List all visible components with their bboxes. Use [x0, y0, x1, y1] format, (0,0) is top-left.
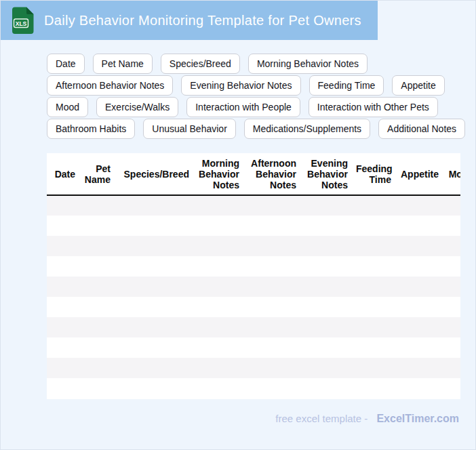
chip[interactable]: Evening Behavior Notes — [181, 75, 300, 96]
empty-cell — [47, 216, 460, 236]
chips-section: DatePet NameSpecies/BreedMorning Behavio… — [47, 54, 464, 140]
chip[interactable]: Mood — [47, 97, 88, 117]
page: XLS Daily Behavior Monitoring Template f… — [0, 0, 476, 450]
chip-row-3: MoodExercise/WalksInteraction with Peopl… — [47, 97, 464, 117]
table-row — [47, 358, 460, 378]
xls-file-icon: XLS — [12, 7, 34, 35]
table-row — [47, 195, 460, 216]
chip[interactable]: Unusual Behavior — [143, 119, 236, 139]
chip[interactable]: Pet Name — [93, 54, 153, 74]
column-header: Morning Behavior Notes — [193, 153, 243, 195]
table-row — [47, 297, 460, 317]
table-row — [47, 236, 460, 256]
table-row — [47, 338, 460, 358]
empty-cell — [47, 317, 460, 338]
column-header: Mood — [443, 153, 460, 195]
footer-text: free excel template - — [275, 413, 368, 424]
chip[interactable]: Interaction with Other Pets — [309, 97, 438, 117]
chip[interactable]: Appetite — [392, 75, 444, 96]
empty-cell — [47, 277, 460, 297]
column-header: Evening Behavior Notes — [300, 153, 352, 195]
column-header: Appetite — [395, 153, 443, 195]
table-header-row: DatePet NameSpecies/BreedMorning Behavio… — [47, 153, 460, 195]
column-header: Species/Breed — [115, 153, 193, 195]
empty-cell — [47, 297, 460, 317]
column-header: Pet Name — [79, 153, 115, 195]
footer-brand-link[interactable]: ExcelTimer.com — [376, 413, 459, 424]
empty-cell — [47, 195, 460, 216]
column-header: Date — [47, 153, 79, 195]
empty-cell — [47, 338, 460, 358]
empty-cell — [47, 378, 460, 398]
template-preview-table: DatePet NameSpecies/BreedMorning Behavio… — [47, 153, 460, 399]
empty-cell — [47, 256, 460, 277]
table-row — [47, 378, 460, 398]
table-row — [47, 277, 460, 297]
chip-row-4: Bathroom HabitsUnusual BehaviorMedicatio… — [47, 119, 464, 139]
xls-icon-label: XLS — [16, 20, 27, 26]
chip[interactable]: Additional Notes — [378, 119, 465, 139]
empty-cell — [47, 236, 460, 256]
table-row — [47, 317, 460, 338]
footer: free excel template - ExcelTimer.com — [275, 413, 459, 425]
chip-row-2: Afternoon Behavior NotesEvening Behavior… — [47, 75, 464, 96]
table-row — [47, 216, 460, 236]
table-row — [47, 256, 460, 277]
title-bar: XLS Daily Behavior Monitoring Template f… — [1, 1, 378, 40]
chip[interactable]: Date — [47, 54, 85, 74]
chip[interactable]: Exercise/Walks — [96, 97, 178, 117]
column-header: Afternoon Behavior Notes — [243, 153, 300, 195]
chip[interactable]: Afternoon Behavior Notes — [47, 75, 173, 96]
table-body — [47, 195, 460, 398]
chip[interactable]: Morning Behavior Notes — [248, 54, 368, 74]
column-header: Feeding Time — [352, 153, 395, 195]
chip[interactable]: Species/Breed — [161, 54, 240, 74]
chip[interactable]: Medications/Supplements — [244, 119, 370, 139]
chip-row-1: DatePet NameSpecies/BreedMorning Behavio… — [47, 54, 464, 74]
chip[interactable]: Bathroom Habits — [47, 119, 135, 139]
chip[interactable]: Interaction with People — [186, 97, 300, 117]
chip[interactable]: Feeding Time — [309, 75, 384, 96]
page-title: Daily Behavior Monitoring Template for P… — [44, 13, 361, 28]
empty-cell — [47, 358, 460, 378]
